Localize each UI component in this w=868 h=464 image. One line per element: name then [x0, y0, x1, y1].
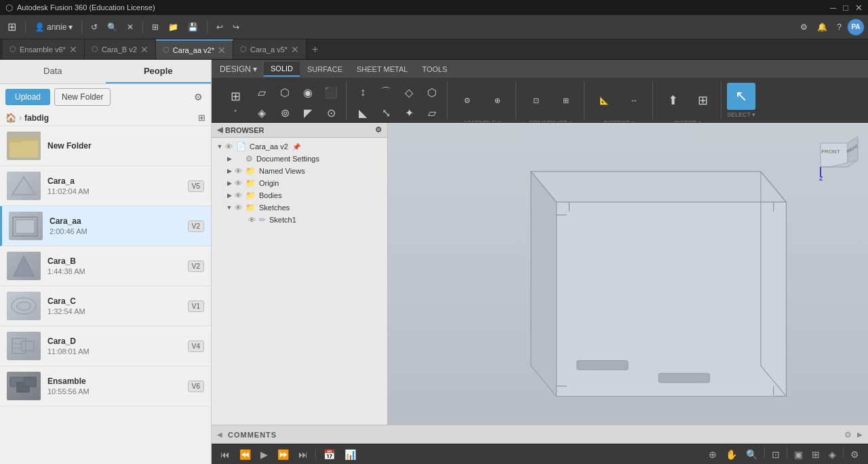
- close-button[interactable]: ✕: [855, 3, 863, 13]
- tree-item-origin[interactable]: ▶ 👁 📁 Origin: [212, 177, 387, 189]
- breadcrumb-home-icon[interactable]: 🏠: [5, 113, 16, 123]
- tree-eye-root[interactable]: 👁: [225, 142, 235, 151]
- select-button[interactable]: ↖: [727, 83, 755, 110]
- file-version-cara-aa[interactable]: V2: [188, 220, 204, 232]
- hole-button[interactable]: ◈: [251, 103, 273, 122]
- comments-collapse-icon[interactable]: ◀: [217, 431, 222, 438]
- replace-face-button[interactable]: ▱: [421, 103, 443, 122]
- tree-pin-icon[interactable]: 📌: [292, 143, 300, 151]
- undo-button[interactable]: ↩: [213, 20, 226, 34]
- list-item-cara-a[interactable]: Cara_a 11:02:04 AM V5: [0, 166, 211, 206]
- upload-button[interactable]: Upload: [5, 89, 50, 105]
- apps-grid-button[interactable]: ⊞: [149, 20, 162, 34]
- file-version-cara-c[interactable]: V1: [188, 301, 204, 312]
- press-pull-button[interactable]: ↕: [352, 83, 374, 102]
- pan-button[interactable]: ✋: [722, 447, 741, 462]
- ribbon-tab-surface[interactable]: SURFACE: [300, 62, 349, 76]
- list-item-ensamble[interactable]: Ensamble 10:55:56 AM V6: [0, 366, 211, 406]
- measure-button[interactable]: 📐: [590, 83, 618, 118]
- tree-eye-named-views[interactable]: 👁: [235, 167, 244, 175]
- tree-eye-bodies[interactable]: 👁: [235, 191, 244, 199]
- sidebar-tab-people[interactable]: People: [106, 60, 212, 83]
- file-version-ensamble[interactable]: V6: [188, 381, 204, 392]
- insert-derive-button[interactable]: ⬆: [658, 83, 687, 118]
- file-version-cara-b[interactable]: V2: [188, 260, 204, 272]
- refresh-button[interactable]: ↺: [87, 20, 101, 34]
- file-version-cara-a[interactable]: V5: [188, 180, 204, 192]
- comments-expand-icon[interactable]: ▶: [857, 431, 863, 438]
- tab-ensamble[interactable]: ⬡ Ensamble v6* ✕: [3, 39, 85, 59]
- tree-eye-sketches[interactable]: 👁: [235, 204, 244, 212]
- playback-end-button[interactable]: ⏭: [295, 447, 311, 462]
- tree-item-sketches[interactable]: ▼ 👁 📁 Sketches: [212, 201, 387, 214]
- cylinder-button[interactable]: ⊙: [320, 103, 342, 122]
- box-button[interactable]: ◤: [297, 103, 319, 122]
- avatar[interactable]: PA: [848, 19, 864, 35]
- minimize-button[interactable]: ─: [830, 3, 836, 13]
- display-settings-button[interactable]: ▣: [791, 447, 806, 462]
- tree-item-cara-aa-root[interactable]: ▼ 👁 📄 Cara_aa v2 📌: [212, 140, 387, 153]
- revolve-button[interactable]: ⬡: [274, 83, 296, 102]
- playback-start-button[interactable]: ⏮: [217, 447, 233, 462]
- list-item-cara-c[interactable]: Cara_C 1:32:54 AM V1: [0, 286, 211, 326]
- tab-cara-a[interactable]: ⬡ Cara_a v5* ✕: [233, 39, 307, 59]
- jobs-button[interactable]: ⚙: [797, 20, 811, 34]
- sidebar-view-toggle-icon[interactable]: ⊞: [198, 113, 205, 123]
- save-button[interactable]: 💾: [184, 20, 201, 34]
- playback-play-button[interactable]: ▶: [257, 447, 271, 462]
- more-settings-button[interactable]: ⚙: [847, 447, 863, 462]
- draft-button[interactable]: ◣: [352, 103, 374, 122]
- zoom-button[interactable]: 🔍: [743, 447, 761, 462]
- tab-cara-b[interactable]: ⬡ Cara_B v2 ✕: [85, 39, 156, 59]
- orbit-button[interactable]: ⊕: [705, 447, 720, 462]
- browser-settings-icon[interactable]: ⚙: [375, 125, 382, 134]
- playback-prev-button[interactable]: ⏪: [236, 447, 254, 462]
- playback-next-button[interactable]: ⏩: [274, 447, 292, 462]
- 3d-viewport[interactable]: FRONT RIGHT Z: [388, 123, 868, 425]
- search-button[interactable]: 🔍: [104, 20, 121, 34]
- interference-button[interactable]: ↔: [620, 83, 648, 118]
- loft-button[interactable]: ⬛: [320, 83, 342, 102]
- as-built-joint-button[interactable]: ⊕: [483, 83, 511, 118]
- tree-item-sketch1[interactable]: ▶ 👁 ✏ Sketch1: [212, 214, 387, 226]
- list-item-cara-aa[interactable]: Cara_aa 2:00:46 AM V2: [0, 206, 211, 246]
- breadcrumb-path-item[interactable]: fabdig: [24, 113, 49, 123]
- notifications-button[interactable]: 🔔: [814, 20, 831, 34]
- file-version-cara-d[interactable]: V4: [188, 341, 204, 352]
- list-item-new-folder[interactable]: New Folder: [0, 126, 211, 166]
- env-settings-button[interactable]: ◈: [825, 447, 840, 462]
- offset-plane-button[interactable]: ⊡: [521, 83, 550, 118]
- timeline-button[interactable]: 📅: [320, 447, 338, 462]
- ribbon-tab-sheet-metal[interactable]: SHEET METAL: [350, 62, 414, 76]
- shell-button[interactable]: ⬡: [421, 83, 443, 102]
- sidebar-settings-button[interactable]: ⚙: [191, 89, 205, 105]
- add-tab-button[interactable]: +: [307, 39, 323, 59]
- open-button[interactable]: 📁: [165, 20, 182, 34]
- sidebar-tab-data[interactable]: Data: [0, 60, 106, 83]
- help-button[interactable]: ?: [833, 20, 845, 34]
- ribbon-tab-solid[interactable]: SOLID: [264, 62, 300, 77]
- insert-mesh-button[interactable]: ⊞: [688, 83, 717, 118]
- extrude-button[interactable]: ▱: [251, 83, 273, 102]
- app-menu-button[interactable]: ⊞: [4, 18, 20, 35]
- thread-button[interactable]: ⊚: [274, 103, 296, 122]
- scale-button[interactable]: ⤡: [375, 103, 397, 122]
- tab-close-cara-a[interactable]: ✕: [291, 45, 299, 54]
- ribbon-tab-tools[interactable]: TOOLS: [415, 62, 454, 76]
- maximize-button[interactable]: □: [843, 3, 848, 13]
- tree-eye-origin[interactable]: 👁: [235, 179, 244, 187]
- tab-close-ensamble[interactable]: ✕: [69, 45, 77, 54]
- user-profile-button[interactable]: 👤 annie ▾: [31, 20, 76, 34]
- list-item-cara-d[interactable]: Cara_D 11:08:01 AM V4: [0, 326, 211, 366]
- redo-button[interactable]: ↪: [229, 20, 243, 34]
- close-button-topbar[interactable]: ✕: [123, 20, 137, 34]
- joint-button[interactable]: ⚙: [453, 83, 481, 118]
- browser-collapse-icon[interactable]: ◀: [217, 125, 222, 134]
- tab-close-cara-b[interactable]: ✕: [140, 45, 149, 54]
- new-folder-button[interactable]: New Folder: [54, 88, 111, 106]
- comments-settings-icon[interactable]: ⚙: [844, 430, 852, 440]
- list-item-cara-b[interactable]: Cara_B 1:44:38 AM V2: [0, 246, 211, 286]
- combine-button[interactable]: ✦: [398, 103, 420, 122]
- timeline-panel-button[interactable]: 📊: [341, 447, 359, 462]
- sweep-button[interactable]: ◉: [297, 83, 319, 102]
